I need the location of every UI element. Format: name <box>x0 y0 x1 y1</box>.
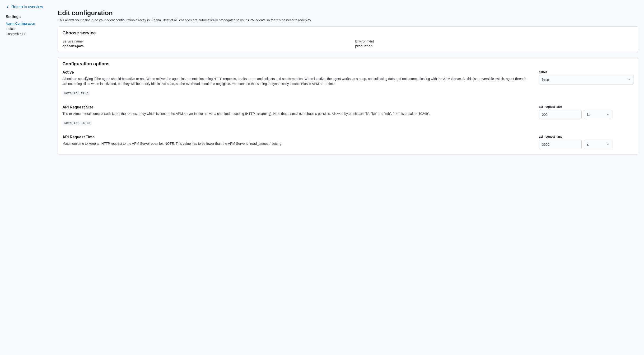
back-link[interactable]: Return to overview <box>6 5 46 9</box>
environment-label: Environment <box>355 40 634 43</box>
service-name-block: Service name opbeans-java <box>62 40 341 48</box>
config-title-api-request-size: API Request Size <box>62 105 530 110</box>
choose-service-panel: Choose service Service name opbeans-java… <box>58 26 638 52</box>
active-select[interactable]: false <box>539 75 634 84</box>
config-title-active: Active <box>62 70 530 74</box>
config-option-active: Active A boolean specifying if the agent… <box>62 70 634 96</box>
field-label-api-request-time: api_request_time <box>539 135 634 138</box>
environment-value: production <box>355 44 634 48</box>
main-content: Edit configuration This allows you to fi… <box>52 0 644 166</box>
config-default-api-request-size: Default: 768kb <box>62 120 92 126</box>
service-name-value: opbeans-java <box>62 44 341 48</box>
api-request-size-unit-select[interactable]: kb <box>584 110 612 119</box>
service-name-label: Service name <box>62 40 341 43</box>
api-request-size-input[interactable] <box>539 110 582 119</box>
config-option-api-request-time: API Request Time Maximum time to keep an… <box>62 135 634 150</box>
api-request-time-unit-select[interactable]: s <box>584 140 612 149</box>
config-title-api-request-time: API Request Time <box>62 135 530 139</box>
page-subtitle: This allows you to fine-tune your agent … <box>58 18 638 22</box>
field-label-api-request-size: api_request_size <box>539 105 634 108</box>
sidebar-item-agent-configuration[interactable]: Agent Configuration <box>6 21 46 26</box>
choose-service-title: Choose service <box>62 30 634 36</box>
back-link-label: Return to overview <box>12 5 43 9</box>
config-desc-api-request-size: The maximum total compressed size of the… <box>62 111 530 116</box>
sidebar-items: Agent Configuration Indices Customize UI <box>6 21 46 36</box>
configuration-options-title: Configuration options <box>62 61 634 66</box>
sidebar-item-customize-ui[interactable]: Customize UI <box>6 31 46 36</box>
sidebar-item-indices[interactable]: Indices <box>6 26 46 31</box>
chevron-left-icon <box>6 5 10 9</box>
field-label-active: active <box>539 70 634 74</box>
config-default-active: Default: true <box>62 91 90 96</box>
api-request-time-input[interactable] <box>539 140 582 149</box>
page-title: Edit configuration <box>58 10 638 17</box>
config-desc-active: A boolean specifying if the agent should… <box>62 76 530 86</box>
configuration-options-panel: Configuration options Active A boolean s… <box>58 57 638 154</box>
config-option-api-request-size: API Request Size The maximum total compr… <box>62 105 634 126</box>
config-desc-api-request-time: Maximum time to keep an HTTP request to … <box>62 141 530 146</box>
environment-block: Environment production <box>355 40 634 48</box>
sidebar-heading: Settings <box>6 15 46 19</box>
sidebar: Return to overview Settings Agent Config… <box>0 0 52 166</box>
